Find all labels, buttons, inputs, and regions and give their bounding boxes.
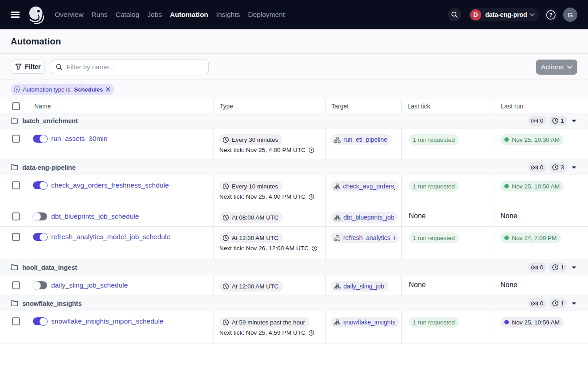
svg-text:?: ? xyxy=(549,12,552,18)
